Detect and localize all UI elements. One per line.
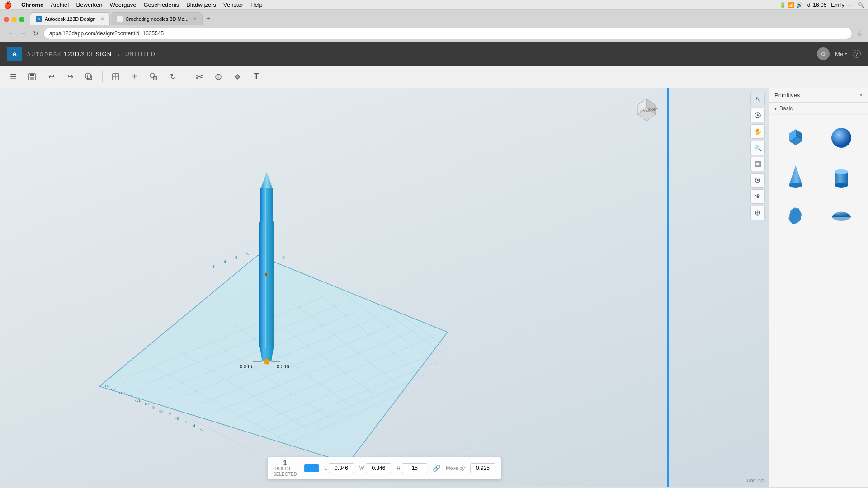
svg-text:-15: -15 (103, 384, 109, 388)
svg-text:-14: -14 (111, 387, 117, 392)
look-tool[interactable] (750, 173, 765, 188)
transform-button[interactable] (146, 69, 161, 84)
bookmark-star[interactable]: ☆ (857, 30, 863, 37)
undo-button[interactable]: ↩ (43, 69, 59, 84)
mac-menu-bewerken[interactable]: Bewerken (76, 1, 103, 8)
primitive-freeform[interactable] (774, 198, 817, 233)
svg-rect-72 (756, 162, 760, 166)
help-button[interactable]: ? (853, 50, 861, 58)
obj-label-1: OBJECT (273, 466, 291, 472)
refresh-button[interactable]: ↻ (31, 28, 41, 38)
orbit-tool[interactable] (750, 108, 765, 122)
status-bar: 1 OBJECT SELECTED L W H (267, 457, 501, 479)
browser-tab-autodesk[interactable]: A Autodesk 123D Design ✕ (30, 12, 110, 25)
mac-status-icons: 🔋 📶 🔊 (779, 2, 803, 8)
product-text: 123D® DESIGN (64, 51, 112, 57)
tab-close-autodesk[interactable]: ✕ (100, 16, 104, 21)
svg-point-70 (757, 114, 759, 116)
view-cube[interactable]: FRONT RIGHT (628, 92, 665, 128)
mac-clock: di 16:05 (807, 2, 827, 8)
svg-text:RIGHT: RIGHT (648, 108, 659, 111)
link-icon[interactable]: 🔗 (433, 465, 440, 472)
primitive-box[interactable] (774, 120, 817, 155)
panel-dropdown[interactable]: ▾ (860, 92, 863, 98)
panel-title: Primitives (774, 92, 800, 99)
select-tool[interactable]: ↖ (750, 92, 765, 106)
shadow-tool[interactable]: 👁 (750, 189, 765, 204)
tab-label-crocheting: Crocheting needles 3D Mo... (126, 16, 189, 22)
address-input[interactable]: apps.123dapp.com/design/?contentid=16355… (43, 28, 852, 39)
svg-text:-12: -12 (127, 394, 132, 399)
tab-label-autodesk: Autodesk 123D Design (45, 16, 96, 22)
material-button[interactable] (211, 69, 226, 84)
new-tab-button[interactable]: + (203, 13, 214, 24)
svg-rect-4 (86, 74, 90, 78)
l-input[interactable] (329, 463, 354, 473)
redo-button[interactable]: ↪ (62, 69, 78, 84)
unit-label: Unit: cm (747, 478, 765, 483)
l-field: L (324, 463, 354, 473)
cut-button[interactable]: ✂ (192, 69, 207, 84)
mac-app-name[interactable]: Chrome (21, 1, 43, 8)
mac-search-icon[interactable]: 🔍 (858, 2, 864, 8)
add-button[interactable]: + (127, 69, 142, 84)
object-count: 1 (283, 459, 287, 466)
svg-rect-3 (87, 75, 92, 80)
main-content: -15 -14 -13 -12 -11 -10 -9 -8 -7 -6 -5 -… (0, 88, 868, 487)
copy-button[interactable] (81, 69, 97, 84)
maximize-button[interactable] (19, 17, 24, 22)
panel-section-basic[interactable]: ▾ Basic (769, 103, 868, 115)
me-button[interactable]: Me ▾ (835, 51, 847, 57)
primitive-torus-shape (826, 200, 857, 231)
toolbar-sep-1 (102, 71, 103, 82)
svg-rect-1 (30, 74, 34, 76)
pan-tool[interactable]: ✋ (750, 124, 765, 139)
svg-point-88 (789, 183, 802, 188)
rotate-button[interactable]: ↻ (165, 69, 180, 84)
save-button[interactable] (24, 69, 40, 84)
primitive-cylinder-shape (826, 161, 857, 192)
group-button[interactable] (230, 69, 245, 84)
mac-menu-help[interactable]: Help (250, 1, 263, 8)
primitive-cylinder[interactable] (821, 159, 863, 194)
needle-shape (244, 172, 289, 371)
svg-rect-9 (153, 76, 157, 80)
move-by-input[interactable] (470, 463, 495, 473)
h-label: H (396, 465, 400, 471)
mac-menubar: 🍎 Chrome Archief Bewerken Weergave Gesch… (0, 0, 868, 10)
app-header: A AUTODESK 123D® DESIGN \ UNTITLED ⚙ Me … (0, 42, 868, 66)
snap-tool[interactable] (750, 206, 765, 220)
mac-menu-archief[interactable]: Archief (51, 1, 69, 8)
view-button[interactable] (108, 69, 123, 84)
fit-tool[interactable] (750, 157, 765, 171)
mac-menu-venster[interactable]: Venster (223, 1, 243, 8)
w-input[interactable] (366, 463, 391, 473)
svg-text:-8: -8 (159, 409, 163, 413)
svg-text:3: 3 (212, 264, 215, 269)
minimize-button[interactable] (11, 17, 17, 22)
browser-tab-crocheting[interactable]: Crocheting needles 3D Mo... ✕ (111, 12, 203, 25)
mac-menu-geschiedenis[interactable]: Geschiedenis (143, 1, 179, 8)
mac-menu-weergave[interactable]: Weergave (109, 1, 136, 8)
tab-favicon-crocheting (117, 16, 123, 22)
apple-menu[interactable]: 🍎 (4, 1, 12, 9)
primitive-torus[interactable] (821, 198, 863, 233)
primitive-sphere[interactable] (821, 120, 863, 155)
zoom-tool[interactable]: 🔍 (750, 141, 765, 155)
menu-button[interactable]: ☰ (5, 69, 21, 84)
primitive-cone[interactable] (774, 159, 817, 194)
mac-menu-bladwijzers[interactable]: Bladwijzers (186, 1, 216, 8)
project-text: UNTITLED (125, 51, 156, 57)
h-input[interactable] (402, 463, 427, 473)
text-button[interactable]: T (249, 69, 264, 84)
forward-button[interactable]: → (18, 28, 28, 38)
settings-icon[interactable]: ⚙ (817, 47, 830, 60)
close-button[interactable] (4, 17, 9, 22)
tab-close-crocheting[interactable]: ✕ (193, 16, 197, 21)
color-swatch[interactable] (304, 464, 319, 472)
separator-text: \ (118, 51, 120, 57)
back-button[interactable]: ← (5, 28, 15, 38)
viewport[interactable]: -15 -14 -13 -12 -11 -10 -9 -8 -7 -6 -5 -… (0, 88, 769, 487)
svg-text:-6: -6 (175, 416, 179, 421)
svg-text:-10: -10 (143, 402, 149, 406)
